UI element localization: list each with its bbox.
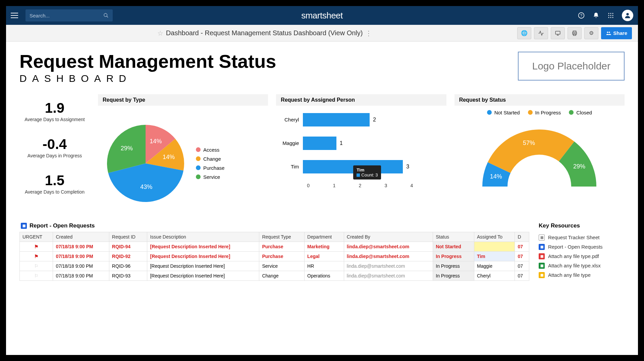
bar-axis: 01234 xyxy=(303,183,436,188)
resource-label: Attach any file type.xlsx xyxy=(548,263,601,268)
bar-value: 1 xyxy=(340,140,343,146)
donut-chart: 14%57%29% xyxy=(479,119,600,193)
kpi-value: -0.4 xyxy=(19,136,90,152)
legend-item[interactable]: Change xyxy=(196,156,224,162)
urgent-flag: ⚑ xyxy=(20,242,53,251)
resource-item[interactable]: ▦ Report - Open Requests xyxy=(539,244,623,250)
search-input[interactable] xyxy=(30,13,103,18)
pie-legend: AccessChangePurchaseService xyxy=(196,147,224,180)
legend-item[interactable]: Service xyxy=(196,174,224,180)
pie-label: 43% xyxy=(140,184,152,190)
brand-logo: smartsheet xyxy=(301,10,343,21)
cell-dept: HR xyxy=(305,261,344,271)
settings-button[interactable]: ⚙ xyxy=(584,27,598,39)
svg-point-6 xyxy=(612,13,613,14)
search-box[interactable] xyxy=(25,9,113,21)
donut-label: 57% xyxy=(523,140,535,146)
table-header[interactable]: D xyxy=(515,232,529,242)
bar-fill[interactable] xyxy=(303,113,370,126)
resource-item[interactable]: ▦ Attach any file type.xlsx xyxy=(539,263,623,269)
cell-created: 07/18/18 9:00 PM xyxy=(53,271,109,280)
help-icon[interactable]: ? xyxy=(578,12,585,19)
bell-icon[interactable] xyxy=(592,12,600,19)
widget-title: Request by Type xyxy=(98,94,268,106)
subbar: ☆ Dashboard - Request Management Status … xyxy=(6,25,638,42)
report-panel: ▦ Report - Open Requests URGENTCreatedRe… xyxy=(19,220,529,281)
cell-status: In Progress xyxy=(433,261,474,271)
cell-rqid: RQID-92 xyxy=(109,251,147,261)
resource-item[interactable]: ▦ Attach any file type.pdf xyxy=(539,253,623,259)
donut-slice[interactable] xyxy=(488,130,574,173)
cell-d: 07 xyxy=(515,242,529,251)
chart-tooltip: Tim Count: 3 xyxy=(353,165,381,179)
kpi: 1.5 Average Days to Completion xyxy=(19,172,90,195)
cell-dept: Operations xyxy=(305,271,344,280)
urgent-flag: ⚑ xyxy=(20,251,53,261)
activity-button[interactable] xyxy=(534,27,548,39)
legend-item[interactable]: In Progress xyxy=(528,110,561,115)
widget-title: Request by Status xyxy=(454,94,625,106)
table-row[interactable]: ⚑ 07/18/18 9:00 PM RQID-94 [Request Desc… xyxy=(20,242,529,251)
table-header[interactable]: Request Type xyxy=(259,232,305,242)
table-row[interactable]: ⚑ 07/18/18 9:00 PM RQID-92 [Request Desc… xyxy=(20,251,529,261)
bar-label: Tim xyxy=(276,164,303,169)
file-icon: ▦ xyxy=(539,235,545,241)
cell-d: 07 xyxy=(515,251,529,261)
donut-label: 14% xyxy=(490,173,502,180)
table-header[interactable]: Created By xyxy=(344,232,433,242)
svg-point-21 xyxy=(609,32,610,33)
table-header[interactable]: Request ID xyxy=(109,232,147,242)
bar-fill[interactable] xyxy=(303,160,403,173)
table-header[interactable]: Created xyxy=(53,232,109,242)
globe-button[interactable]: 🌐 xyxy=(517,27,531,39)
svg-point-7 xyxy=(608,15,609,16)
table-header[interactable]: URGENT xyxy=(20,232,53,242)
table-row[interactable]: ⚐ 07/18/18 9:00 PM RQID-93 [Request Desc… xyxy=(20,271,529,280)
svg-point-9 xyxy=(612,15,613,16)
file-icon: ▦ xyxy=(539,272,545,278)
table-header[interactable]: Status xyxy=(433,232,474,242)
bar-label: Cheryl xyxy=(276,117,303,122)
report-title: Report - Open Requests xyxy=(30,222,95,229)
resource-item[interactable]: ▦ Attach any file type xyxy=(539,272,623,278)
legend-item[interactable]: Not Started xyxy=(487,110,520,115)
cell-assigned xyxy=(474,242,515,251)
cell-createdby: linda.diep@smartsheet.com xyxy=(344,242,433,251)
print-button[interactable] xyxy=(568,27,582,39)
grid-icon[interactable] xyxy=(607,12,614,19)
avatar[interactable] xyxy=(622,10,633,21)
menu-icon[interactable] xyxy=(11,11,20,20)
page-subtitle: DASHBOARD xyxy=(19,73,276,84)
table-header[interactable]: Issue Description xyxy=(147,232,259,242)
kebab-icon[interactable]: ⋮ xyxy=(365,29,372,37)
resource-label: Report - Open Requests xyxy=(548,244,603,250)
svg-point-13 xyxy=(626,13,629,15)
table-header[interactable]: Department xyxy=(305,232,344,242)
star-icon[interactable]: ☆ xyxy=(157,29,163,37)
table-header[interactable]: Assigned To xyxy=(474,232,515,242)
cell-type: Purchase xyxy=(259,242,305,251)
kpi-value: 1.9 xyxy=(19,100,90,116)
resource-item[interactable]: ▦ Request Tracker Sheet xyxy=(539,235,623,241)
svg-point-10 xyxy=(608,17,609,18)
legend-item[interactable]: Closed xyxy=(569,110,592,115)
search-icon xyxy=(103,13,109,18)
cell-desc: [Request Description Inserted Here] xyxy=(147,251,259,261)
urgent-flag: ⚐ xyxy=(20,271,53,280)
svg-point-12 xyxy=(612,17,613,18)
cell-rqid: RQID-94 xyxy=(109,242,147,251)
legend-item[interactable]: Purchase xyxy=(196,165,224,171)
file-icon: ▦ xyxy=(539,244,545,250)
cell-rqid: RQID-93 xyxy=(109,271,147,280)
present-button[interactable] xyxy=(551,27,565,39)
kpi-label: Average Days in Progress xyxy=(19,153,90,158)
logo-placeholder: Logo Placeholder xyxy=(518,52,625,81)
report-table: URGENTCreatedRequest IDIssue Description… xyxy=(19,232,529,281)
share-button[interactable]: Share xyxy=(601,27,632,39)
bar-fill[interactable] xyxy=(303,137,336,150)
legend-item[interactable]: Access xyxy=(196,147,224,153)
table-row[interactable]: ⚐ 07/18/18 9:00 PM RQID-96 [Request Desc… xyxy=(20,261,529,271)
svg-point-5 xyxy=(610,13,611,14)
bar-value: 2 xyxy=(373,117,376,123)
report-icon: ▦ xyxy=(21,223,27,229)
